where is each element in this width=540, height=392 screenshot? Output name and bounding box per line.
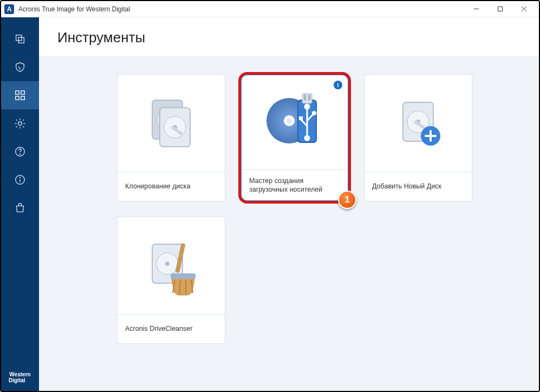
sidebar-item-settings[interactable] [1, 109, 39, 138]
brand-logo: Western Digital [1, 371, 39, 383]
bag-icon [14, 202, 26, 214]
clone-disk-icon [118, 75, 225, 172]
shield-icon [14, 61, 26, 73]
svg-point-34 [312, 111, 316, 115]
brand-line2: Digital [1, 377, 39, 383]
drive-cleanser-icon [118, 217, 225, 314]
brand-line1: Western [1, 371, 39, 377]
card-label: Клонирование диска [118, 172, 225, 201]
info-icon [14, 174, 26, 186]
sidebar-item-help[interactable] [1, 138, 39, 166]
cards-grid: Клонирование диска i [117, 74, 515, 344]
svg-rect-28 [304, 95, 306, 100]
svg-rect-33 [299, 116, 303, 120]
sidebar: Western Digital [1, 17, 39, 391]
grid-icon [14, 89, 26, 101]
svg-rect-7 [21, 91, 24, 94]
close-button[interactable] [512, 1, 536, 17]
app-icon: A [4, 4, 14, 14]
svg-point-32 [305, 104, 309, 109]
card-label: Мастер создания загрузочных носителей [242, 169, 348, 201]
svg-rect-1 [498, 7, 502, 11]
svg-rect-8 [16, 96, 19, 100]
info-badge[interactable]: i [334, 81, 342, 89]
callout-badge: 1 [338, 191, 356, 209]
copy-icon [14, 33, 26, 45]
card-clone-disk[interactable]: Клонирование диска [117, 74, 225, 201]
maximize-button[interactable] [488, 1, 512, 17]
add-disk-icon [365, 75, 472, 172]
svg-rect-6 [16, 91, 19, 94]
app-window: A Acronis True Image for Western Digital [0, 0, 540, 392]
help-icon [14, 146, 26, 158]
svg-rect-9 [21, 96, 24, 100]
card-drive-cleanser[interactable]: Acronis DriveCleanser [117, 217, 225, 344]
page-title: Инструменты [57, 29, 521, 46]
svg-point-10 [18, 122, 22, 125]
card-rescue-media[interactable]: i [240, 74, 349, 201]
minimize-button[interactable] [464, 1, 488, 17]
svg-point-25 [287, 118, 292, 123]
page-header: Инструменты [39, 17, 539, 56]
card-label: Acronis DriveCleanser [118, 314, 225, 343]
card-label: Добавить Новый Диск [365, 172, 472, 201]
sidebar-item-about[interactable] [1, 166, 39, 194]
svg-point-31 [305, 136, 309, 140]
svg-rect-29 [308, 95, 310, 100]
svg-point-12 [19, 154, 20, 154]
main-area: Инструменты [39, 17, 539, 391]
card-add-disk[interactable]: Добавить Новый Диск [364, 74, 472, 201]
svg-point-44 [165, 262, 170, 266]
window-title: Acronis True Image for Western Digital [18, 5, 130, 13]
sidebar-item-tools[interactable] [1, 81, 39, 109]
svg-point-15 [19, 177, 20, 178]
sidebar-item-protection[interactable] [1, 53, 39, 81]
titlebar: A Acronis True Image for Western Digital [1, 1, 539, 17]
svg-rect-50 [171, 273, 196, 279]
sidebar-item-store[interactable] [1, 194, 39, 222]
sidebar-item-backup[interactable] [1, 25, 39, 53]
content: Клонирование диска i [39, 56, 539, 391]
gear-icon [14, 117, 26, 129]
svg-rect-27 [302, 94, 312, 103]
rescue-media-icon [242, 75, 348, 169]
